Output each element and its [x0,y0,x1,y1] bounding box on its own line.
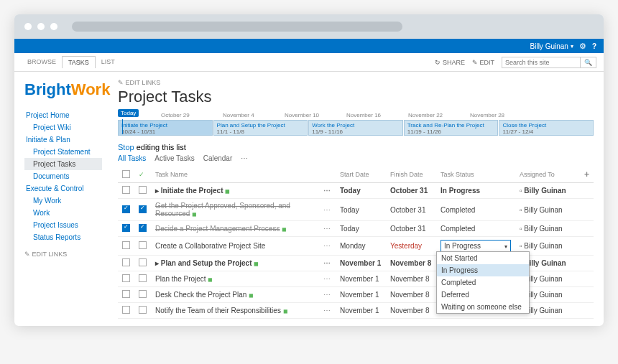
sidebar-item[interactable]: Work [24,207,102,219]
tab-list[interactable]: LIST [96,56,121,68]
cell-finish[interactable]: October 31 [386,199,436,221]
cell-name[interactable]: ▸ Initiate the Project ◼ [151,183,319,199]
sidebar-item[interactable]: Status Reports [24,231,102,243]
share-link[interactable]: ↻ SHARE [435,59,465,66]
cell-name[interactable]: Get the Project Approved, Sponsored, and… [151,199,319,221]
cell-name[interactable]: Desk Check the Project Plan ◼ [151,287,319,303]
edit-links[interactable]: ✎ EDIT LINKS [24,251,102,258]
dropdown-option[interactable]: Deferred [437,289,529,301]
view-all[interactable]: All Tasks [118,154,146,162]
col-status[interactable]: Task Status [436,167,515,183]
sidebar-item[interactable]: Project Tasks [24,158,102,170]
done-checkbox[interactable] [139,205,147,213]
cell-name[interactable]: ▸ Plan and Setup the Project ◼ [151,256,319,271]
table-row[interactable]: ▸ Initiate the Project ◼⋯TodayOctober 31… [118,183,594,199]
sidebar-item[interactable]: Execute & Control [24,182,102,195]
checkbox[interactable] [122,258,130,266]
sidebar-item[interactable]: Project Issues [24,219,102,231]
sidebar-item[interactable]: Documents [24,170,102,182]
done-checkbox[interactable] [139,306,147,314]
dropdown-option[interactable]: In Progress [437,264,529,276]
done-checkbox[interactable] [139,274,147,282]
checkbox[interactable] [122,205,130,213]
col-assigned[interactable]: Assigned To [515,167,580,183]
add-column-icon[interactable]: + [584,169,589,179]
cell-name[interactable]: Plan the Project ◼ [151,271,319,287]
cell-start[interactable]: Today [336,221,386,237]
row-menu-icon[interactable]: ⋯ [323,242,331,250]
tab-browse[interactable]: BROWSE [22,56,62,68]
timeline-bar[interactable]: Work the Project11/9 - 11/16 [308,120,403,136]
row-menu-icon[interactable]: ⋯ [323,259,331,267]
done-checkbox[interactable] [139,186,147,194]
status-dropdown[interactable]: In Progress [441,240,511,252]
cell-start[interactable]: November 1 [336,303,386,319]
view-active[interactable]: Active Tasks [154,154,194,162]
sidebar-item[interactable]: Project Home [24,109,102,121]
timeline-bar[interactable]: Initiate the Project10/24 - 10/31 [118,120,213,136]
checkbox[interactable] [122,186,130,194]
cell-finish[interactable]: Yesterday [386,237,436,256]
table-row[interactable]: Get the Project Approved, Sponsored, and… [118,199,594,221]
done-checkbox[interactable] [139,241,147,249]
cell-name[interactable]: Create a Collaborative Project Site [151,237,319,256]
search-icon[interactable]: 🔍 [581,57,596,68]
cell-assigned[interactable]: ▫ Billy Guinan [515,199,580,221]
checkbox[interactable] [122,306,130,314]
window-dot[interactable] [50,23,57,30]
cell-start[interactable]: Monday [336,237,386,256]
cell-start[interactable]: Today [336,183,386,199]
col-start[interactable]: Start Date [336,167,386,183]
dropdown-option[interactable]: Not Started [437,252,529,264]
dropdown-option[interactable]: Waiting on someone else [437,301,529,313]
col-finish[interactable]: Finish Date [386,167,436,183]
view-more[interactable]: ⋯ [241,154,248,162]
sidebar-item[interactable]: Project Wiki [24,121,102,134]
help-icon[interactable] [592,42,596,50]
user-menu[interactable]: Billy Guinan [530,42,573,50]
cell-assigned[interactable]: ▫ Billy Guinan [515,221,580,237]
checkbox-all[interactable] [122,170,130,178]
cell-finish[interactable]: November 8 [386,303,436,319]
row-menu-icon[interactable]: ⋯ [323,275,331,283]
cell-start[interactable]: November 1 [336,256,386,271]
done-checkbox[interactable] [139,224,147,232]
cell-status[interactable]: Completed [436,199,515,221]
row-menu-icon[interactable]: ⋯ [323,225,331,233]
logo[interactable]: BrightWork [24,80,102,99]
gear-icon[interactable] [579,42,586,51]
cell-name[interactable]: Decide a Project Management Process ◼ [151,221,319,237]
table-row[interactable]: Create a Collaborative Project Site ⋯Mon… [118,237,594,256]
search-input[interactable] [502,57,581,68]
cell-name[interactable]: Notify the Team of their Responsibilitie… [151,303,319,319]
cell-finish[interactable]: October 31 [386,183,436,199]
table-row[interactable]: Decide a Project Management Process ◼⋯To… [118,221,594,237]
checkbox[interactable] [122,290,130,298]
cell-status[interactable]: Completed [436,221,515,237]
timeline-bar[interactable]: Close the Project11/27 - 12/4 [499,120,594,136]
expand-icon[interactable]: ▸ [155,187,159,195]
timeline-bar[interactable]: Plan and Setup the Project11/1 - 11/8 [213,120,308,136]
tab-tasks[interactable]: TASKS [62,56,96,68]
checkbox[interactable] [122,241,130,249]
cell-start[interactable]: November 1 [336,287,386,303]
cell-status[interactable]: In Progress [436,183,515,199]
done-checkbox[interactable] [139,290,147,298]
row-menu-icon[interactable]: ⋯ [323,187,331,195]
stop-editing[interactable]: Stop editing this list [118,143,594,151]
url-bar[interactable] [72,22,402,32]
cell-finish[interactable]: November 8 [386,287,436,303]
checkbox[interactable] [122,274,130,282]
cell-assigned[interactable]: ▫ Billy Guinan [515,183,580,199]
timeline-bar[interactable]: Track and Re-Plan the Project11/19 - 11/… [404,120,499,136]
view-calendar[interactable]: Calendar [203,154,233,162]
expand-icon[interactable]: ▸ [155,259,159,267]
sidebar-item[interactable]: My Work [24,195,102,207]
done-checkbox[interactable] [139,258,147,266]
cell-finish[interactable]: November 8 [386,271,436,287]
col-name[interactable]: Task Name [151,167,319,183]
edit-links-top[interactable]: ✎ EDIT LINKS [118,79,594,86]
cell-start[interactable]: November 1 [336,271,386,287]
checkbox[interactable] [122,224,130,232]
row-menu-icon[interactable]: ⋯ [323,307,331,314]
